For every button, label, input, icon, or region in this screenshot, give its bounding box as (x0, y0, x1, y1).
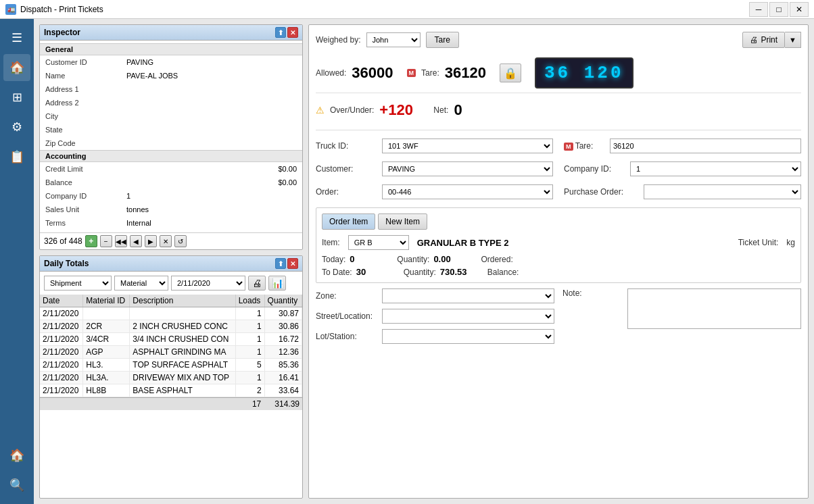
customer-select[interactable]: PAVING (382, 161, 553, 176)
tare-group: M Tare: 36120 (407, 64, 486, 82)
stats-row-2: To Date: 30 Quantity: 730.53 Balance: (322, 267, 795, 277)
export-daily-btn[interactable]: 📊 (268, 276, 286, 291)
sidebar-item-settings[interactable]: ⚙ (3, 114, 30, 141)
quantity-today-label: Quantity: (397, 255, 429, 264)
lock-button[interactable]: 🔒 (500, 64, 521, 82)
next-record-btn[interactable]: ▶ (145, 235, 157, 247)
refresh-record-btn[interactable]: ↺ (174, 235, 187, 247)
daily-totals-close-btn[interactable]: ✕ (287, 258, 298, 269)
tare-m-input[interactable] (610, 138, 801, 153)
street-select[interactable] (382, 309, 554, 324)
note-textarea[interactable] (627, 288, 801, 329)
type-select[interactable]: Shipment (44, 276, 112, 291)
note-label: Note: (562, 288, 623, 298)
printer-icon: 🖨 (750, 35, 758, 45)
zone-note-row: Zone: Street/Location: Lot/Station: (316, 288, 801, 347)
state-row: State (40, 123, 302, 136)
close-button[interactable]: ✕ (790, 2, 809, 17)
date-select[interactable]: 2/11/2020 (171, 276, 245, 291)
cell-description: 3/4 INCH CRUSHED CON (130, 333, 235, 346)
maximize-button[interactable]: □ (769, 2, 788, 17)
credit-limit-row: Credit Limit $0.00 (40, 162, 302, 176)
sales-unit-value: tonnes (126, 205, 297, 213)
order-row: Order: 00-446 (316, 184, 553, 199)
po-label: Purchase Order: (564, 187, 638, 197)
sidebar-item-search[interactable]: 🔍 (3, 472, 30, 499)
sidebar-item-home[interactable]: 🏠 (3, 54, 30, 81)
cell-mat-id: 3/4CR (83, 333, 130, 346)
item-section: Order Item New Item Item: GR B GRANULAR … (316, 207, 801, 283)
cell-description (130, 307, 235, 320)
cell-date: 2/11/2020 (40, 333, 83, 346)
print-dropdown-btn[interactable]: ▼ (785, 32, 801, 48)
allowed-group: Allowed: 36000 (316, 64, 393, 82)
zone-row-form: Zone: (316, 288, 554, 303)
item-select[interactable]: GR B (348, 235, 409, 250)
net-label: Net: (433, 105, 448, 115)
customer-id-row: Customer ID PAVING (40, 55, 302, 69)
address2-label: Address 2 (45, 99, 126, 107)
table-footer: 17 314.39 (40, 397, 302, 410)
print-daily-btn[interactable]: 🖨 (248, 276, 266, 291)
city-row: City (40, 109, 302, 123)
truck-tare-row: Truck ID: 101 3WF M Tare: (316, 138, 801, 156)
warning-icon: ⚠ (316, 105, 325, 116)
company-id-row: Company ID 1 (40, 189, 302, 203)
truck-id-select[interactable]: 101 3WF (382, 138, 553, 153)
cell-qty: 16.41 (264, 372, 302, 384)
cell-date: 2/11/2020 (40, 359, 83, 372)
over-under-label: Over/Under: (330, 105, 374, 115)
weighed-by-select[interactable]: John (366, 32, 421, 47)
col-description: Description (130, 295, 235, 307)
daily-totals-collapse-btn[interactable]: ⬆ (275, 258, 286, 269)
sidebar-item-grid[interactable]: ⊞ (3, 84, 30, 111)
cell-date: 2/11/2020 (40, 307, 83, 320)
order-label: Order: (316, 187, 377, 197)
order-select[interactable]: 00-446 (382, 184, 553, 199)
over-under-display: ⚠ Over/Under: +120 Net: 0 (316, 99, 801, 122)
sidebar-item-menu[interactable]: ☰ (3, 24, 30, 51)
prev-record-btn[interactable]: ◀ (130, 235, 142, 247)
sales-unit-row: Sales Unit tonnes (40, 203, 302, 216)
truck-id-label: Truck ID: (316, 141, 377, 151)
order-item-btn[interactable]: Order Item (322, 213, 375, 230)
company-id-form-label: Company ID: (564, 164, 625, 174)
col-date: Date (40, 295, 83, 307)
cell-description: DRIVEWAY MIX AND TOP (130, 372, 235, 384)
delete-record-btn[interactable]: − (100, 235, 112, 247)
inspector-collapse-btn[interactable]: ⬆ (275, 27, 286, 38)
sidebar-item-clipboard[interactable]: 📋 (3, 143, 30, 170)
right-panel: Weighed by: John Tare 🖨 Print ▼ Allowed: (308, 24, 809, 499)
note-row: Note: (562, 288, 801, 329)
titlebar-left: 🚛 Dispatch - Print Tickets (5, 4, 103, 15)
item-buttons: Order Item New Item (322, 213, 795, 230)
print-button[interactable]: 🖨 Print (742, 32, 785, 48)
cancel-record-btn[interactable]: ✕ (160, 235, 172, 247)
company-id-select[interactable]: 1 (630, 161, 801, 176)
left-panels: Inspector ⬆ ✕ General Customer ID PAVING… (39, 24, 303, 499)
cell-description: ASPHALT GRINDING MA (130, 346, 235, 359)
table-row: 2/11/2020 2CR 2 INCH CRUSHED CONC 1 30.8… (40, 320, 302, 333)
add-record-btn[interactable]: + (85, 235, 97, 247)
quantity-to-date-label: Quantity: (404, 268, 436, 277)
zone-select[interactable] (382, 288, 554, 303)
new-item-btn[interactable]: New Item (378, 213, 427, 230)
material-select[interactable]: Material (114, 276, 168, 291)
table-row: 2/11/2020 AGP ASPHALT GRINDING MA 1 12.3… (40, 346, 302, 359)
inspector-footer: 326 of 448 + − ◀◀ ◀ ▶ ✕ ↺ (40, 232, 302, 249)
cell-mat-id: AGP (83, 346, 130, 359)
po-select[interactable] (644, 184, 801, 199)
tare-m-label: M Tare: (564, 141, 604, 151)
cell-mat-id: HL3. (83, 359, 130, 372)
inspector-panel: Inspector ⬆ ✕ General Customer ID PAVING… (39, 24, 303, 250)
lot-select[interactable] (382, 329, 554, 344)
tare-button[interactable]: Tare (426, 32, 459, 48)
first-record-btn[interactable]: ◀◀ (115, 235, 127, 247)
cell-mat-id: HL3A. (83, 372, 130, 384)
table-row: 2/11/2020 3/4CR 3/4 INCH CRUSHED CON 1 1… (40, 333, 302, 346)
inspector-title: Inspector (44, 28, 80, 37)
inspector-close-btn[interactable]: ✕ (287, 27, 298, 38)
sidebar-item-home2[interactable]: 🏠 (3, 442, 30, 469)
balance-group: Balance: (487, 267, 557, 277)
minimize-button[interactable]: ─ (749, 2, 768, 17)
